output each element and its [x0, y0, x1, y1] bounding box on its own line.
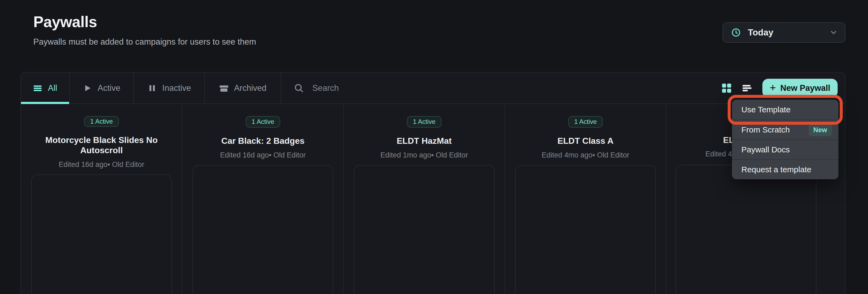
paywall-edited-meta: Edited 4mo ago• Old Editor: [542, 151, 629, 159]
paywall-title: ELDT HazMat: [397, 136, 452, 146]
date-filter-value: Today: [748, 27, 829, 38]
menu-item-use-template[interactable]: Use Template: [732, 100, 838, 120]
new-paywall-label: New Paywall: [780, 83, 830, 93]
paywall-edited-meta: Edited 16d ago• Old Editor: [59, 160, 144, 169]
status-badge: 1 Active: [246, 116, 280, 128]
tab-inactive[interactable]: Inactive: [134, 72, 205, 103]
paywall-edited-meta: Edited 16d ago• Old Editor: [220, 151, 306, 159]
archive-icon: [219, 83, 229, 93]
clock-icon: [731, 28, 741, 37]
menu-item-label: Paywall Docs: [741, 145, 790, 154]
paywall-preview: [515, 165, 656, 294]
paywall-card[interactable]: 1 Active Motorcycle Black Slides No Auto…: [21, 104, 183, 294]
tab-active[interactable]: Active: [70, 72, 134, 103]
search-box: [281, 72, 721, 103]
paywall-card[interactable]: 1 Active Car Black: 2 Badges Edited 16d …: [183, 104, 344, 294]
plus-icon: +: [770, 82, 776, 93]
paywall-preview: [354, 165, 495, 294]
new-paywall-button[interactable]: + New Paywall: [762, 79, 838, 98]
list-lines-icon: [33, 83, 42, 93]
search-icon: [293, 83, 304, 94]
toolbar-actions: + New Paywall: [721, 72, 845, 103]
tab-label: Archived: [234, 83, 267, 93]
search-input[interactable]: [312, 83, 474, 93]
rows-view-icon[interactable]: [742, 83, 752, 93]
menu-item-paywall-docs[interactable]: Paywall Docs: [732, 139, 838, 159]
menu-item-label: Request a template: [741, 165, 811, 174]
paywall-card[interactable]: 1 Active ELDT HazMat Edited 1mo ago• Old…: [344, 104, 505, 294]
tab-label: Inactive: [162, 83, 191, 93]
paywall-preview: [676, 165, 816, 294]
play-icon: [83, 83, 92, 93]
paywall-edited-meta: Edited 1mo ago• Old Editor: [380, 151, 468, 159]
date-filter-dropdown[interactable]: Today: [722, 22, 845, 43]
status-badge: 1 Active: [407, 116, 441, 128]
paywalls-page: Paywalls Paywalls must be added to campa…: [0, 0, 868, 294]
paywall-preview: [192, 165, 333, 294]
grid-view-icon[interactable]: [721, 83, 732, 93]
menu-item-from-scratch[interactable]: From Scratch New: [732, 120, 838, 139]
status-badge: 1 Active: [84, 116, 119, 127]
paywall-card[interactable]: 1 Active ELDT Class A Edited 4mo ago• Ol…: [505, 104, 666, 294]
tab-label: Active: [98, 83, 120, 93]
tab-label: All: [48, 83, 57, 93]
paywall-preview: [31, 174, 172, 294]
page-title: Paywalls: [33, 13, 97, 31]
new-badge: New: [809, 124, 832, 136]
paywall-title: ELDT Class A: [558, 136, 614, 146]
chevron-down-icon: [829, 28, 838, 37]
page-subtitle: Paywalls must be added to campaigns for …: [33, 37, 256, 47]
menu-item-label: Use Template: [741, 105, 790, 114]
tab-all[interactable]: All: [21, 72, 70, 103]
paywall-title: Motorcycle Black Slides No Autoscroll: [26, 135, 177, 155]
menu-item-request-template[interactable]: Request a template: [732, 159, 838, 179]
tab-archived[interactable]: Archived: [205, 72, 281, 103]
menu-item-label: From Scratch: [741, 125, 790, 134]
status-badge: 1 Active: [568, 116, 603, 128]
paywall-edited-meta-partial: Edited 4: [705, 150, 732, 158]
new-paywall-menu: Use Template From Scratch New Paywall Do…: [732, 100, 838, 179]
tab-bar: All Active Inactive Archived: [21, 72, 845, 104]
pause-icon: [147, 83, 157, 93]
paywall-title: Car Black: 2 Badges: [221, 136, 304, 146]
